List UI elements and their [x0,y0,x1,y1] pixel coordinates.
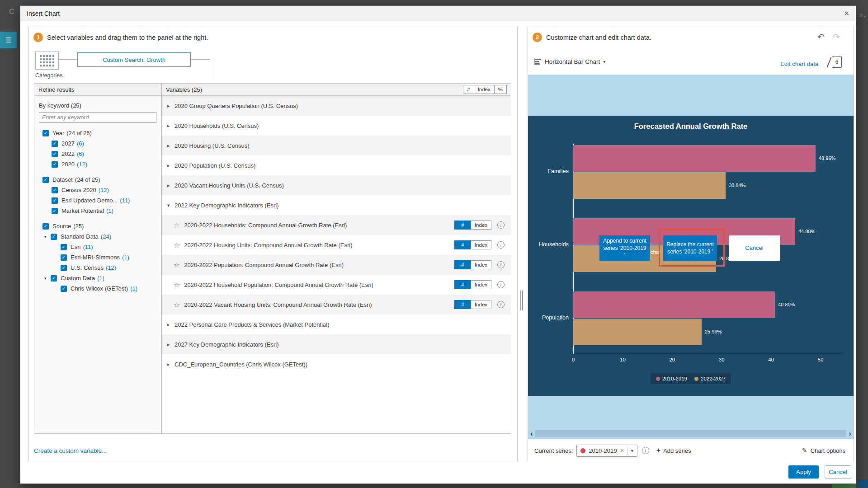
filter-source[interactable]: ✓Source(25) [39,221,156,231]
index-format-button[interactable]: Index [471,300,491,309]
apply-button[interactable]: Apply [788,465,819,479]
filter-2027[interactable]: ✓2027(6) [39,138,156,149]
close-icon[interactable]: ✕ [844,9,849,18]
variable-group-row[interactable]: ▸CDC_European_Countries (Chris Wilcox (G… [162,354,511,374]
scrollbar-thumb[interactable] [535,430,847,437]
checkbox-checked[interactable]: ✓ [52,208,58,214]
variable-group-row[interactable]: ▸2020 Vacant Housing Units (U.S. Census) [162,175,511,195]
info-icon[interactable]: i [497,241,505,249]
checkbox-checked[interactable]: ✓ [61,286,67,292]
checkbox-checked[interactable]: ✓ [52,197,58,204]
redo-icon[interactable]: ↷ [833,32,840,42]
number-format-button[interactable]: # [454,300,471,309]
panel-splitter[interactable] [519,291,524,310]
filter-chris-wilcox-getest[interactable]: ✓Chris Wilcox (GETest)(1) [39,283,156,294]
checkbox-checked[interactable]: ✓ [51,234,57,240]
variable-group-row[interactable]: ▸2020 Group Quarters Population (U.S. Ce… [162,96,511,116]
info-icon[interactable]: i [497,261,505,268]
variable-group-row[interactable]: ▸2027 Key Demographic Indicators (Esri) [162,334,511,354]
filter-custom-data[interactable]: ▾✓Custom Data(1) [39,273,156,283]
filter-label: Chris Wilcox (GETest) [71,285,128,292]
dialog-title: Insert Chart [27,10,60,17]
add-series-button[interactable]: + Add series [656,446,691,455]
variable-label: 2020-2022 Population: Compound Annual Gr… [184,262,344,268]
tree-expand-icon[interactable]: ▾ [44,276,51,281]
variable-group-row[interactable]: ▸2020 Housing (U.S. Census) [162,136,511,155]
checkbox-checked[interactable]: ✓ [52,151,58,157]
number-format-button[interactable]: # [454,221,471,230]
checkbox-checked[interactable]: ✓ [42,177,49,183]
create-custom-variable-link[interactable]: Create a custom variable... [34,447,107,454]
format-number-header-button[interactable]: # [463,85,474,94]
number-format-button[interactable]: # [454,260,471,269]
variable-row[interactable]: ☆2020-2022 Household Population: Compoun… [162,275,511,295]
replace-series-button[interactable]: Replace the current series '2010-2019 ' [663,235,717,261]
category-label-households: Households [528,241,569,248]
categories-label: Categories [35,72,62,79]
info-icon[interactable]: i [497,281,505,288]
custom-search-button[interactable]: Custom Search: Growth [77,52,191,67]
number-format-button[interactable]: # [454,280,471,289]
current-series-dropdown[interactable]: 2010-2019 ✕ ▾ [576,445,637,457]
checkbox-checked[interactable]: ✓ [61,244,67,250]
cancel-button[interactable]: Cancel [825,465,851,479]
categories-icon[interactable] [35,52,59,70]
scroll-right-icon[interactable]: › [849,430,851,437]
index-format-button[interactable]: Index [471,240,491,249]
filter-esri-mri-simmons[interactable]: ✓Esri-MRI-Simmons(1) [39,252,156,263]
variable-row[interactable]: ☆2020-2022 Households: Compound Annual G… [162,215,511,235]
scroll-left-icon[interactable]: ‹ [530,430,533,437]
variable-group-row[interactable]: ▸2022 Personal Care Products & Services … [162,314,511,334]
filter-dataset[interactable]: ✓Dataset(24 of 25) [39,174,156,185]
variable-group-row[interactable]: ▸2020 Households (U.S. Census) [162,116,511,136]
format--header-button[interactable]: % [494,85,507,94]
filter-2022[interactable]: ✓2022(6) [39,149,156,159]
filter-standard-data[interactable]: ▾✓Standard Data(24) [39,231,156,242]
chart-options-button[interactable]: ✎ Chart options [802,447,847,454]
variable-row[interactable]: ☆2020-2022 Vacant Housing Units: Compoun… [162,295,511,314]
filter-2020[interactable]: ✓2020(12) [39,159,156,169]
keyword-input[interactable] [39,112,156,123]
star-icon[interactable]: ☆ [174,281,180,289]
info-icon[interactable]: i [497,301,505,308]
checkbox-checked[interactable]: ✓ [52,161,58,168]
checkbox-checked[interactable]: ✓ [51,275,57,282]
filter-esri-updated-demo[interactable]: ✓Esri Updated Demo...(11) [39,195,156,206]
filter-year[interactable]: ✓Year(24 of 25) [39,128,156,138]
variable-row[interactable]: ☆2020-2022 Population: Compound Annual G… [162,255,511,275]
filter-u-s-census[interactable]: ✓U.S. Census(12) [39,263,156,273]
info-icon[interactable]: i [642,447,649,454]
number-format-button[interactable]: # [454,240,471,249]
checkbox-checked[interactable]: ✓ [52,141,58,147]
filter-market-potential[interactable]: ✓Market Potential(1) [39,206,156,216]
append-series-button[interactable]: Append to current series '2010-2019 ' [599,235,650,261]
tree-expand-icon[interactable]: ▾ [44,235,51,239]
remove-series-icon[interactable]: ✕ [620,448,624,454]
star-icon[interactable]: ☆ [174,241,180,249]
series-color-dot [580,448,585,453]
checkbox-checked[interactable]: ✓ [61,265,67,271]
undo-icon[interactable]: ↶ [817,32,825,42]
checkbox-checked[interactable]: ✓ [42,130,49,136]
checkbox-checked[interactable]: ✓ [42,223,49,230]
variable-group-row[interactable]: ▾2022 Key Demographic Indicators (Esri) [162,195,511,215]
star-icon[interactable]: ☆ [174,300,180,309]
filter-esri[interactable]: ✓Esri(11) [39,242,156,252]
checkbox-checked[interactable]: ✓ [52,187,58,193]
chart-type-dropdown[interactable]: Horizontal Bar Chart ▾ [534,58,605,65]
chart-horizontal-scrollbar[interactable]: ‹ › [530,430,851,437]
index-format-button[interactable]: Index [471,221,491,230]
variable-row[interactable]: ☆2020-2022 Housing Units: Compound Annua… [162,235,511,255]
star-icon[interactable]: ☆ [174,261,180,269]
variable-group-row[interactable]: ▸2020 Population (U.S. Census) [162,155,511,175]
info-icon[interactable]: i [497,221,505,229]
format-index-header-button[interactable]: Index [474,85,495,94]
star-icon[interactable]: ☆ [174,221,180,230]
chevron-down-icon[interactable]: ▾ [631,448,633,453]
edit-chart-data-link[interactable]: Edit chart data [780,61,818,67]
index-format-button[interactable]: Index [471,260,491,269]
checkbox-checked[interactable]: ✓ [61,254,67,261]
filter-census-2020[interactable]: ✓Census 2020(12) [39,185,156,195]
cancel-drop-button[interactable]: Cancel [729,235,780,261]
index-format-button[interactable]: Index [471,280,491,289]
